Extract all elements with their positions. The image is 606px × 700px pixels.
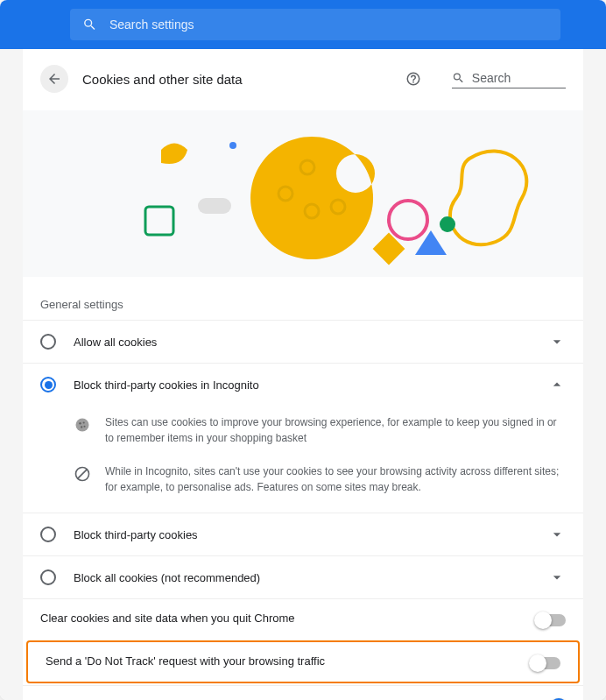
- option-block-third-party[interactable]: Block third-party cookies: [23, 513, 583, 555]
- search-icon: [82, 17, 97, 32]
- svg-point-4: [389, 201, 427, 239]
- option-allow-all[interactable]: Allow all cookies: [23, 320, 583, 363]
- option-label: Block third-party cookies: [74, 528, 531, 541]
- toggle-preload-pages[interactable]: Preload pages for faster browsing and se…: [23, 685, 583, 700]
- svg-point-10: [76, 419, 89, 432]
- option-label: Block third-party cookies in Incognito: [74, 378, 531, 392]
- highlight-do-not-track: Send a 'Do Not Track' request with your …: [26, 640, 580, 683]
- detail-text: Sites can use cookies to improve your br…: [105, 414, 566, 446]
- help-button[interactable]: [405, 70, 422, 88]
- toggle-do-not-track[interactable]: Send a 'Do Not Track' request with your …: [28, 642, 578, 682]
- option-block-all[interactable]: Block all cookies (not recommended): [23, 555, 583, 598]
- search-icon: [452, 70, 465, 86]
- chevron-down-icon: [548, 569, 566, 586]
- chevron-up-icon: [548, 376, 566, 393]
- radio-icon: [40, 377, 56, 392]
- svg-rect-7: [145, 207, 173, 235]
- section-label-general: General settings: [23, 277, 583, 320]
- svg-point-5: [440, 216, 455, 232]
- svg-rect-9: [198, 198, 231, 214]
- radio-icon: [40, 334, 56, 350]
- radio-icon: [40, 527, 56, 542]
- detail-text: While in Incognito, sites can't use your…: [105, 463, 566, 495]
- toggle-clear-on-exit[interactable]: Clear cookies and site data when you qui…: [23, 598, 583, 639]
- local-search-input[interactable]: [472, 71, 566, 85]
- svg-point-11: [79, 422, 81, 425]
- option-label: Block all cookies (not recommended): [74, 571, 531, 584]
- page-title: Cookies and other site data: [82, 72, 391, 87]
- global-search-bar[interactable]: [70, 9, 560, 40]
- option-detail: Sites can use cookies to improve your br…: [23, 406, 583, 513]
- toggle-title: Send a 'Do Not Track' request with your …: [46, 654, 513, 668]
- global-search-input[interactable]: [109, 18, 548, 32]
- switch[interactable]: [536, 614, 566, 626]
- radio-icon: [40, 569, 56, 585]
- svg-point-14: [84, 426, 86, 428]
- toggle-title: Clear cookies and site data when you qui…: [40, 612, 518, 625]
- arrow-left-icon: [46, 71, 62, 87]
- page-header: Cookies and other site data: [23, 56, 583, 98]
- svg-point-8: [229, 142, 236, 149]
- cookies-illustration: [23, 110, 583, 277]
- help-icon: [405, 71, 421, 87]
- svg-point-12: [83, 421, 85, 423]
- back-button[interactable]: [40, 65, 68, 93]
- block-icon: [74, 465, 91, 483]
- option-block-incognito[interactable]: Block third-party cookies in Incognito: [23, 363, 583, 406]
- chevron-down-icon: [548, 333, 566, 350]
- local-search[interactable]: [452, 70, 566, 88]
- cookie-icon: [74, 416, 91, 434]
- option-label: Allow all cookies: [74, 336, 531, 349]
- content-area: Cookies and other site data: [0, 49, 606, 700]
- chevron-down-icon: [548, 526, 566, 543]
- detail-block: While in Incognito, sites can't use your…: [74, 455, 566, 504]
- detail-cookie: Sites can use cookies to improve your br…: [74, 406, 566, 455]
- svg-point-13: [81, 426, 82, 428]
- hero-illustration: [23, 110, 583, 277]
- switch[interactable]: [531, 657, 560, 669]
- top-bar: [0, 0, 606, 49]
- settings-panel: Cookies and other site data: [23, 49, 583, 700]
